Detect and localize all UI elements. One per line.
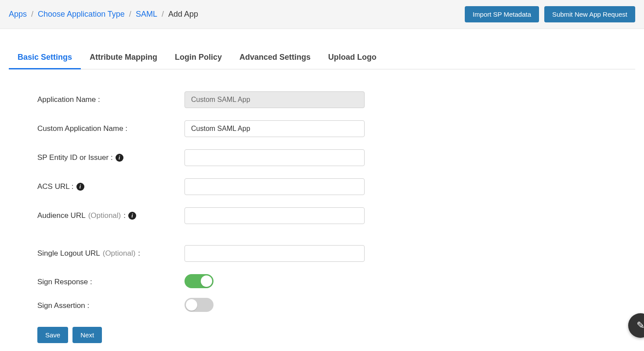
content: Basic Settings Attribute Mapping Login P… (0, 47, 644, 351)
help-icon: ✎ (637, 320, 644, 331)
single-logout-url-label: Single Logout URL (Optional) : (37, 249, 185, 258)
tab-upload-logo[interactable]: Upload Logo (319, 47, 385, 69)
import-sp-metadata-button[interactable]: Import SP Metadata (465, 6, 539, 22)
info-icon[interactable]: i (128, 212, 136, 220)
tab-attribute-mapping[interactable]: Attribute Mapping (81, 47, 166, 69)
audience-url-input[interactable] (185, 207, 365, 224)
tabs: Basic Settings Attribute Mapping Login P… (9, 47, 635, 69)
breadcrumb-link-choose-app-type[interactable]: Choose Application Type (38, 10, 125, 19)
form-area: Application Name : Custom Application Na… (9, 69, 404, 314)
application-name-label: Application Name : (37, 95, 185, 104)
info-icon[interactable]: i (76, 183, 84, 191)
breadcrumb-separator: / (162, 10, 164, 19)
sign-response-toggle[interactable] (185, 274, 213, 288)
row-sign-assertion: Sign Assertion : (37, 298, 404, 314)
breadcrumb-link-apps[interactable]: Apps (9, 10, 27, 19)
application-name-input (185, 91, 365, 108)
audience-url-label: Audience URL (Optional) : i (37, 211, 185, 220)
next-button[interactable]: Next (72, 327, 102, 343)
breadcrumb: Apps / Choose Application Type / SAML / … (9, 10, 198, 19)
top-actions: Import SP Metadata Submit New App Reques… (465, 6, 635, 22)
breadcrumb-separator: / (31, 10, 33, 19)
row-single-logout-url: Single Logout URL (Optional) : (37, 245, 404, 262)
save-button[interactable]: Save (37, 327, 68, 343)
submit-new-app-request-button[interactable]: Submit New App Request (544, 6, 635, 22)
acs-url-input[interactable] (185, 178, 365, 195)
bottom-actions: Save Next (37, 327, 635, 343)
breadcrumb-separator: / (129, 10, 131, 19)
topbar: Apps / Choose Application Type / SAML / … (0, 0, 644, 29)
tab-login-policy[interactable]: Login Policy (166, 47, 231, 69)
single-logout-url-input[interactable] (185, 245, 365, 262)
custom-application-name-input[interactable] (185, 120, 365, 137)
row-sp-entity-id: SP Entity ID or Issuer : i (37, 149, 404, 166)
tab-advanced-settings[interactable]: Advanced Settings (231, 47, 319, 69)
info-icon[interactable]: i (116, 154, 123, 162)
breadcrumb-current: Add App (168, 10, 198, 19)
sign-assertion-label: Sign Assertion : (37, 301, 185, 310)
row-application-name: Application Name : (37, 91, 404, 108)
breadcrumb-link-saml[interactable]: SAML (136, 10, 157, 19)
row-acs-url: ACS URL : i (37, 178, 404, 195)
custom-application-name-label: Custom Application Name : (37, 124, 185, 133)
acs-url-label: ACS URL : i (37, 182, 185, 191)
sign-response-label: Sign Response : (37, 278, 185, 286)
tab-basic-settings[interactable]: Basic Settings (9, 47, 81, 69)
row-sign-response: Sign Response : (37, 274, 404, 290)
row-custom-application-name: Custom Application Name : (37, 120, 404, 137)
row-audience-url: Audience URL (Optional) : i (37, 207, 404, 224)
sp-entity-id-label: SP Entity ID or Issuer : i (37, 153, 185, 162)
sign-assertion-toggle[interactable] (185, 298, 213, 312)
sp-entity-id-input[interactable] (185, 149, 365, 166)
